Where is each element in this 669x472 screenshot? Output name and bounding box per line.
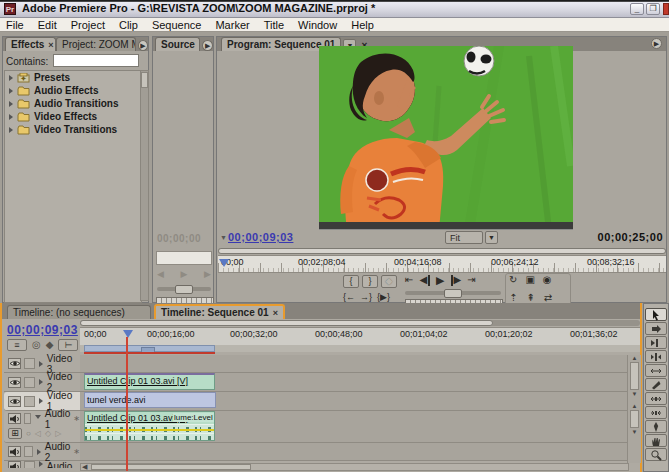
keyframe-record-icon[interactable]: ○ (26, 429, 31, 438)
clip-audio1[interactable]: Untitled Clip 01 03.avi [A] lume:Level ▼ (84, 411, 215, 441)
track-content-audio2[interactable] (80, 443, 629, 461)
toggle-track-output-icon[interactable] (8, 461, 21, 468)
tab-effects[interactable]: Effects × (5, 37, 56, 51)
scroll-up-icon[interactable]: ▲ (628, 403, 641, 409)
timeline-playhead-icon[interactable] (123, 330, 133, 338)
track-lock-toggle[interactable] (24, 413, 31, 424)
snap-icon[interactable]: ≡ (7, 339, 27, 351)
list-item-video-effects[interactable]: Video Effects (5, 110, 141, 123)
tab-project[interactable]: Project: ZOOM MAGAZ (56, 37, 136, 51)
menu-help[interactable]: Help (351, 19, 374, 31)
volume-rubber-band[interactable] (85, 429, 214, 431)
toggle-track-output-icon[interactable] (8, 413, 21, 424)
play-icon[interactable]: ▶ (436, 275, 444, 286)
track-lock-toggle[interactable] (24, 358, 35, 369)
restore-button[interactable]: ❐ (646, 3, 660, 15)
rate-stretch-tool[interactable] (645, 364, 667, 377)
slip-tool[interactable] (645, 392, 667, 405)
track-content-video1[interactable]: tunel verde.avi (80, 392, 629, 411)
track-lock-toggle[interactable] (24, 377, 35, 388)
volume-level-dropdown[interactable]: lume:Level ▼ (173, 413, 215, 422)
goto-prev-marker-icon[interactable]: {← (343, 293, 355, 302)
goto-next-marker-icon[interactable]: →} (360, 293, 372, 302)
tab-timeline-sequence-01[interactable]: Timeline: Sequence 01 × (154, 304, 285, 319)
clip-video1[interactable]: tunel verde.avi (84, 392, 216, 408)
program-viewbar-track[interactable] (218, 248, 666, 254)
list-item-video-transitions[interactable]: Video Transitions (5, 123, 141, 136)
scroll-left-icon[interactable]: ◀ (82, 463, 87, 471)
keyframe-toggle-icon[interactable]: ∗ (73, 447, 80, 456)
timeline-hscrollbar[interactable]: ◀ (80, 463, 629, 471)
encore-chapter-marker-icon[interactable]: ◎ (32, 339, 41, 351)
list-item-presets[interactable]: ✦ Presets (5, 71, 141, 84)
toggle-track-output-icon[interactable] (8, 446, 21, 457)
expand-triangle-icon[interactable] (39, 361, 43, 367)
lift-icon[interactable]: ⇡ (509, 293, 517, 303)
set-in-button[interactable]: { (343, 275, 359, 288)
timeline-ruler[interactable]: 00;00 00;00;16;00 00;00;32;00 00;00;48;0… (80, 327, 640, 347)
output-icon[interactable]: ◉ (543, 275, 552, 285)
program-timecode[interactable]: 00;00;09;03 (228, 231, 293, 243)
next-keyframe-icon[interactable]: ▷ (55, 429, 61, 438)
extract-icon[interactable]: ⇞ (526, 293, 534, 303)
selection-tool[interactable] (645, 308, 667, 321)
goto-out-icon[interactable]: ⇥ (467, 275, 475, 286)
shuttle-thumb[interactable] (444, 289, 462, 298)
track-select-tool[interactable] (645, 322, 667, 335)
expand-triangle-icon[interactable] (9, 127, 13, 133)
clip-video2[interactable]: Untitled Clip 01 03.avi [V] (84, 373, 215, 390)
goto-in-icon[interactable]: ⇤ (405, 275, 413, 286)
playhead-line[interactable] (126, 337, 128, 471)
menu-sequence[interactable]: Sequence (152, 19, 202, 31)
trim-icon[interactable]: ⇄ (544, 293, 552, 303)
toggle-track-output-icon[interactable] (8, 396, 21, 407)
unnumbered-marker-icon[interactable]: ◆ (46, 339, 54, 351)
program-shuttle[interactable] (405, 291, 501, 295)
menu-edit[interactable]: Edit (38, 19, 57, 31)
timeline-viewbar[interactable] (80, 320, 493, 326)
source-ruler[interactable] (156, 251, 212, 265)
display-style-icon[interactable]: ⊢ (58, 339, 78, 351)
step-forward-icon[interactable]: ▶ (204, 269, 211, 279)
toggle-track-output-icon[interactable] (8, 377, 21, 388)
slide-tool[interactable] (645, 406, 667, 419)
play-in-to-out-icon[interactable]: {▶} (377, 293, 390, 302)
loop-icon[interactable]: ↻ (509, 275, 517, 285)
track-lock-toggle[interactable] (24, 461, 35, 468)
set-out-button[interactable]: } (362, 275, 378, 288)
zoom-level-select[interactable]: Fit (445, 231, 483, 244)
scrollbar-thumb[interactable] (91, 464, 251, 470)
scroll-up-icon[interactable]: ▲ (628, 355, 641, 361)
track-content-video2[interactable]: Untitled Clip 01 03.avi [V] (80, 373, 629, 392)
scrollbar-thumb[interactable] (630, 410, 639, 428)
scrollbar-thumb[interactable] (141, 72, 148, 88)
tab-close-icon[interactable]: × (273, 308, 278, 318)
track-content-video3[interactable] (80, 355, 629, 373)
program-panel-menu-icon[interactable]: ▶ (651, 38, 662, 49)
program-ruler[interactable]: 00;00 00;02;08;04 00;04;16;08 00;06;24;1… (218, 255, 666, 273)
track-content-audio1[interactable]: Untitled Clip 01 03.avi [A] lume:Level ▼ (80, 411, 629, 443)
work-area-bar[interactable] (84, 345, 215, 352)
source-timecode[interactable]: 00;00;00 (157, 233, 201, 244)
expand-triangle-icon[interactable] (39, 461, 43, 467)
track-lock-toggle[interactable] (24, 446, 33, 457)
collapse-triangle-icon[interactable] (35, 415, 41, 422)
pen-tool[interactable] (645, 420, 667, 433)
razor-tool[interactable] (645, 378, 667, 391)
work-area-track[interactable] (80, 345, 640, 352)
rolling-edit-tool[interactable] (645, 350, 667, 363)
timeline-vscrollbars[interactable]: ▲ ▼ ▲ ▼ (627, 355, 641, 463)
close-button[interactable] (663, 3, 669, 15)
minimize-button[interactable]: _ (630, 3, 644, 15)
menu-title[interactable]: Title (264, 19, 284, 31)
effects-scrollbar[interactable] (140, 70, 149, 301)
expand-triangle-icon[interactable] (9, 75, 13, 81)
step-back-icon[interactable]: ◀ (419, 275, 430, 286)
expand-triangle-icon[interactable] (9, 88, 13, 94)
expand-triangle-icon[interactable] (9, 114, 13, 120)
title-bar[interactable]: Pr Adobe Premiere Pro - G:\REVISTA ZOOM\… (0, 0, 669, 18)
shuttle-thumb[interactable] (175, 285, 193, 294)
scroll-down-icon[interactable]: ▼ (628, 391, 641, 397)
program-viewbar[interactable] (218, 248, 666, 254)
add-keyframe-icon[interactable]: ◇ (45, 429, 51, 438)
